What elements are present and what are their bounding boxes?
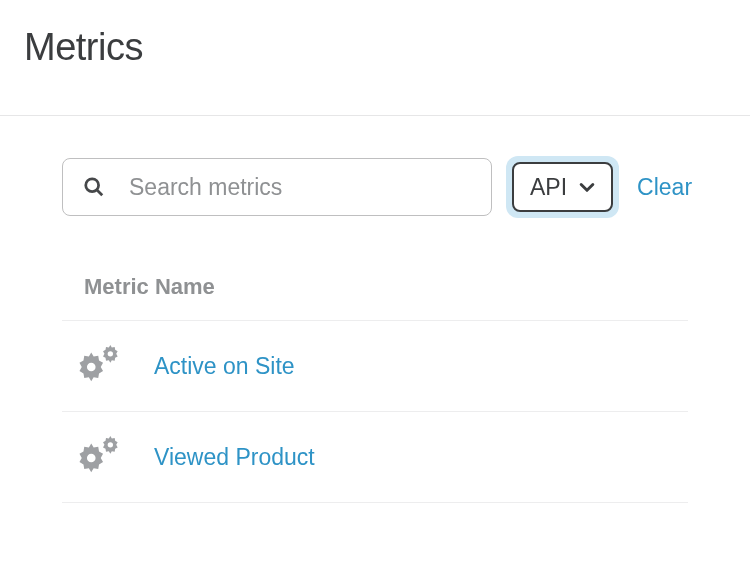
gears-icon <box>74 434 120 480</box>
svg-line-1 <box>97 190 102 195</box>
page-header: Metrics <box>0 0 750 116</box>
clear-button[interactable]: Clear <box>637 174 692 201</box>
metrics-table: Metric Name Active on Site Viewed <box>0 218 750 503</box>
search-icon <box>83 176 105 198</box>
svg-point-0 <box>86 179 99 192</box>
metric-name-link[interactable]: Active on Site <box>154 353 295 380</box>
search-input[interactable] <box>129 174 471 201</box>
search-field-wrapper[interactable] <box>62 158 492 216</box>
gears-icon <box>74 343 120 389</box>
table-row[interactable]: Active on Site <box>62 321 688 412</box>
table-column-header: Metric Name <box>62 274 688 321</box>
svg-point-5 <box>108 442 113 447</box>
svg-point-2 <box>87 363 96 372</box>
metric-name-link[interactable]: Viewed Product <box>154 444 315 471</box>
svg-point-4 <box>87 454 96 463</box>
chevron-down-icon <box>577 177 597 197</box>
dropdown-selected-label: API <box>530 174 567 201</box>
filter-dropdown[interactable]: API <box>512 162 613 212</box>
table-row[interactable]: Viewed Product <box>62 412 688 503</box>
dropdown-focus-ring: API <box>506 156 619 218</box>
controls-row: API Clear <box>0 116 750 218</box>
svg-point-3 <box>108 351 113 356</box>
page-title: Metrics <box>24 26 726 69</box>
